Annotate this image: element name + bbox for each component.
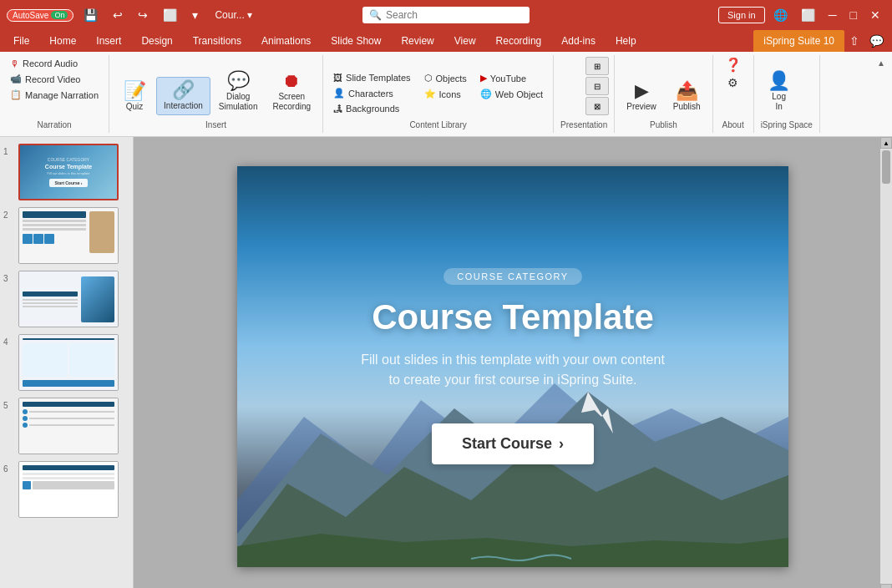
- tab-view[interactable]: View: [444, 30, 486, 52]
- slide-thumb-3[interactable]: 3: [3, 271, 129, 327]
- slide-img-5: [18, 398, 119, 454]
- slide-templates-button[interactable]: 🖼 Slide Templates: [328, 71, 415, 84]
- app-title: Cour... ▾: [215, 9, 252, 21]
- preview-button[interactable]: ▶ Preview: [620, 79, 663, 115]
- tab-help[interactable]: Help: [606, 30, 646, 52]
- presentation-icon-btn-3[interactable]: ⊠: [585, 97, 609, 115]
- record-video-button[interactable]: 📹 Record Video: [5, 72, 85, 86]
- tab-design[interactable]: Design: [131, 30, 182, 52]
- tab-transitions[interactable]: Transitions: [183, 30, 251, 52]
- subtitle-line2: to create your first course in iSpring S…: [388, 373, 636, 387]
- tab-file[interactable]: File: [3, 30, 39, 52]
- slide-panel[interactable]: 1 COURSE CATEGORY Course Template Fill o…: [0, 137, 134, 588]
- about-settings-button[interactable]: ⚙: [718, 75, 748, 90]
- start-course-button[interactable]: Start Course ›: [432, 423, 594, 464]
- search-box[interactable]: 🔍: [362, 7, 530, 23]
- content-library-label: Content Library: [328, 119, 548, 131]
- manage-narration-button[interactable]: 📋 Manage Narration: [5, 88, 104, 102]
- video-icon: 📹: [10, 74, 22, 84]
- tab-slideshow[interactable]: Slide Show: [321, 30, 391, 52]
- dialog-simulation-button[interactable]: 💬 Dialog Simulation: [212, 68, 265, 115]
- slide-thumb-1[interactable]: 1 COURSE CATEGORY Course Template Fill o…: [3, 144, 129, 200]
- dialog-icon: 💬: [227, 72, 250, 90]
- scroll-thumb[interactable]: [882, 150, 890, 184]
- tab-animations[interactable]: Animations: [251, 30, 321, 52]
- slide-thumb-6[interactable]: 6: [3, 461, 129, 518]
- insert-group: 📝 Quiz 🔗 Interaction 💬 Dialog Simulation…: [109, 55, 323, 133]
- scroll-down-button[interactable]: ▼: [880, 584, 892, 588]
- autosave-badge[interactable]: AutoSave On: [7, 9, 73, 22]
- tab-recording[interactable]: Recording: [486, 30, 552, 52]
- tab-home[interactable]: Home: [39, 30, 86, 52]
- autosave-label: AutoSave: [13, 11, 48, 20]
- slide-num-1: 1: [3, 147, 13, 156]
- slide-content: COURSE CATEGORY Course Template Fill out…: [237, 166, 788, 567]
- canvas-scrollbar[interactable]: ▲ ▼: [880, 137, 892, 588]
- slide-img-6: [18, 461, 119, 518]
- collapse-ribbon-button[interactable]: ▲: [872, 57, 890, 69]
- screen-recording-button[interactable]: ⏺ Screen Recording: [266, 68, 317, 115]
- slide-num-5: 5: [3, 401, 13, 410]
- about-help-button[interactable]: ❓: [718, 57, 748, 74]
- comments-button[interactable]: 💬: [864, 33, 889, 49]
- icons-button[interactable]: ⭐ Icons: [419, 87, 472, 101]
- search-icon: 🔍: [369, 9, 382, 21]
- signin-button[interactable]: Sign in: [718, 7, 765, 23]
- preview-icon: ▶: [635, 82, 649, 100]
- interaction-icon: 🔗: [172, 81, 195, 99]
- maximize-button[interactable]: □: [845, 7, 862, 23]
- tab-ispring[interactable]: iSpring Suite 10: [753, 30, 844, 52]
- presentation-icon-btn-1[interactable]: ⊞: [585, 57, 609, 75]
- minimize-button[interactable]: ─: [824, 7, 842, 23]
- youtube-button[interactable]: ▶ YouTube: [475, 71, 548, 85]
- web-object-button[interactable]: 🌐 Web Object: [475, 87, 548, 101]
- publish-group-label: Publish: [620, 119, 707, 131]
- screen-recording-icon: ⏺: [282, 72, 301, 90]
- objects-icon: ⬡: [424, 73, 433, 84]
- slide-img-1: COURSE CATEGORY Course Template Fill out…: [18, 144, 119, 200]
- slide-img-4: [18, 334, 119, 391]
- slide-img-2: [18, 207, 119, 264]
- tab-addins[interactable]: Add-ins: [551, 30, 606, 52]
- title-bar: AutoSave On 💾 ↩ ↪ ⬜ ▾ Cour... ▾ 🔍 Sign i…: [0, 0, 892, 30]
- tab-insert[interactable]: Insert: [86, 30, 131, 52]
- quiz-button[interactable]: 📝 Quiz: [114, 79, 155, 115]
- course-title: Course Template: [372, 298, 654, 337]
- search-input[interactable]: [386, 9, 523, 21]
- slide-img-3: [18, 271, 119, 327]
- undo-button[interactable]: ↩: [108, 7, 128, 23]
- course-subtitle: Fill out slides in this template with yo…: [361, 350, 665, 390]
- publish-button[interactable]: 📤 Publish: [666, 79, 707, 115]
- tab-review[interactable]: Review: [391, 30, 443, 52]
- globe-button[interactable]: 🌐: [768, 7, 793, 23]
- redo-button[interactable]: ↪: [133, 7, 153, 23]
- subtitle-line1: Fill out slides in this template with yo…: [361, 352, 665, 367]
- scroll-track: [880, 149, 892, 584]
- close-button[interactable]: ✕: [865, 7, 885, 23]
- characters-button[interactable]: 👤 Characters: [328, 86, 415, 100]
- main-area: 1 COURSE CATEGORY Course Template Fill o…: [0, 137, 892, 588]
- share-button[interactable]: ⇧: [844, 33, 864, 49]
- slide-thumb-5[interactable]: 5: [3, 398, 129, 454]
- slide-num-6: 6: [3, 464, 13, 474]
- about-group-label: About: [718, 119, 748, 131]
- login-button[interactable]: 👤 Log In: [759, 68, 799, 115]
- start-course-arrow: ›: [559, 435, 564, 453]
- save-button[interactable]: 💾: [79, 7, 103, 23]
- customize-qat-button[interactable]: ▾: [187, 7, 203, 23]
- presentation-view-button[interactable]: ⬜: [158, 7, 182, 23]
- record-audio-button[interactable]: 🎙 Record Audio: [5, 57, 83, 70]
- slide-num-4: 4: [3, 337, 13, 347]
- scroll-up-button[interactable]: ▲: [880, 137, 892, 149]
- ribbon-display-button[interactable]: ⬜: [796, 7, 820, 23]
- start-course-label: Start Course: [462, 435, 552, 453]
- autosave-toggle[interactable]: On: [51, 11, 68, 19]
- interaction-button[interactable]: 🔗 Interaction: [156, 77, 210, 115]
- backgrounds-button[interactable]: 🏞 Backgrounds: [328, 102, 415, 115]
- slide-thumb-2[interactable]: 2: [3, 207, 129, 264]
- slide-thumb-4[interactable]: 4: [3, 334, 129, 391]
- publish-group: ▶ Preview 📤 Publish Publish: [615, 55, 712, 133]
- presentation-icon-btn-2[interactable]: ⊟: [585, 77, 609, 95]
- ispring-space-label: iSpring Space: [759, 119, 814, 131]
- objects-button[interactable]: ⬡ Objects: [419, 71, 472, 85]
